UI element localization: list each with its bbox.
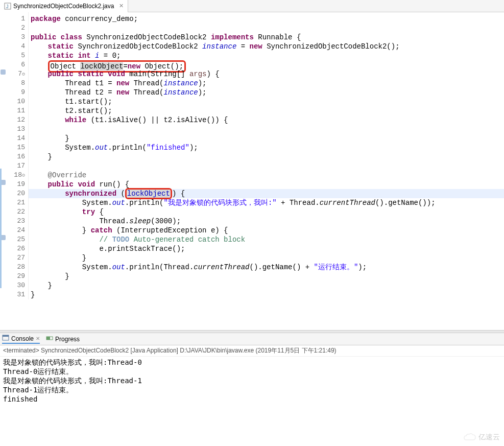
code-line: } catch (InterruptedException e) { <box>29 226 504 235</box>
svg-text:J: J <box>6 4 9 10</box>
code-line: System.out.println("finished"); <box>29 143 504 152</box>
marker-bar <box>0 12 7 299</box>
console-launch-header: <terminated> SynchronizedObjectCodeBlock… <box>0 345 504 357</box>
line-number: 21 <box>7 198 28 207</box>
code-line: package concurrency_demo; <box>29 14 504 24</box>
line-number: 23 <box>7 217 28 226</box>
line-number: 11 <box>7 106 28 115</box>
code-line: Thread.sleep(3000); <box>29 217 504 226</box>
line-number: 7⊖ <box>7 69 28 79</box>
line-number: 14 <box>7 134 28 143</box>
code-line: System.out.println("我是对象锁的代码块形式，我叫:" + T… <box>29 198 504 207</box>
progress-icon <box>46 335 53 343</box>
code-line: try { <box>29 207 504 217</box>
line-number: 24 <box>7 226 28 235</box>
code-line: Object lockObject=new Object(); <box>29 60 504 69</box>
line-number: 20 <box>7 189 28 198</box>
code-line: while (t1.isAlive() || t2.isAlive()) { <box>29 115 504 125</box>
code-area[interactable]: package concurrency_demo; public class S… <box>29 12 504 299</box>
editor-tab-bar: J SynchronizedObjectCodeBlock2.java ✕ <box>0 0 504 12</box>
line-number: 17 <box>7 161 28 171</box>
line-number: 27 <box>7 253 28 263</box>
line-number: 8 <box>7 79 28 88</box>
svg-rect-5 <box>46 337 50 340</box>
tab-console[interactable]: Console ✕ <box>2 334 40 344</box>
code-line <box>29 125 504 134</box>
code-line: Thread t1 = new Thread(instance); <box>29 79 504 88</box>
line-number: 19 <box>7 180 28 189</box>
code-line: public class SynchronizedObjectCodeBlock… <box>29 33 504 42</box>
line-number: 29 <box>7 272 28 281</box>
code-line: } <box>29 152 504 161</box>
line-number: 28 <box>7 263 28 272</box>
code-line: t1.start(); <box>29 97 504 106</box>
line-number: 30 <box>7 281 28 290</box>
console-line: Thread-0运行结束。 <box>3 367 501 376</box>
line-number: 31 <box>7 290 28 299</box>
code-line: } <box>29 290 504 299</box>
line-number: 3 <box>7 33 28 42</box>
code-line: static SynchronizedObjectCodeBlock2 inst… <box>29 42 504 51</box>
code-line: } <box>29 272 504 281</box>
code-line: Thread t2 = new Thread(instance); <box>29 88 504 97</box>
code-line <box>29 161 504 171</box>
code-line: } <box>29 281 504 290</box>
line-number: 2 <box>7 24 28 33</box>
console-icon <box>2 334 9 343</box>
console-line: 我是对象锁的代码块形式，我叫:Thread-1 <box>3 376 501 385</box>
line-number: 18⊖ <box>7 171 28 180</box>
close-icon[interactable]: ✕ <box>36 336 40 341</box>
code-line: System.out.println(Thread.currentThread(… <box>29 263 504 272</box>
override-marker-icon <box>0 178 7 187</box>
line-number: 6 <box>7 60 28 69</box>
java-file-icon: J <box>4 3 11 10</box>
override-marker-icon <box>0 233 7 242</box>
code-line: public static void main(String[] args) { <box>29 69 504 79</box>
line-number: 10 <box>7 97 28 106</box>
tab-progress[interactable]: Progress <box>46 335 80 343</box>
code-line <box>29 24 504 33</box>
code-line: e.printStackTrace(); <box>29 244 504 253</box>
code-line: } <box>29 253 504 263</box>
code-line: // TODO Auto-generated catch block <box>29 235 504 244</box>
editor-tab[interactable]: J SynchronizedObjectCodeBlock2.java ✕ <box>0 0 128 12</box>
close-icon[interactable]: ✕ <box>119 3 124 9</box>
line-number: 22 <box>7 207 28 217</box>
line-number: 5 <box>7 51 28 60</box>
console-line: finished <box>3 394 501 404</box>
code-line: @Override <box>29 171 504 180</box>
line-number: 13 <box>7 125 28 134</box>
code-line: t2.start(); <box>29 106 504 115</box>
line-number-gutter: 1 2 3 4 5 6 7⊖ 8 9 10 11 12 13 14 15 16 … <box>7 12 29 299</box>
line-number: 26 <box>7 244 28 253</box>
line-number: 15 <box>7 143 28 152</box>
line-number: 16 <box>7 152 28 161</box>
line-number: 12 <box>7 115 28 125</box>
console-output[interactable]: 我是对象锁的代码块形式，我叫:Thread-0 Thread-0运行结束。 我是… <box>0 357 504 405</box>
svg-rect-3 <box>3 335 9 337</box>
code-editor[interactable]: 1 2 3 4 5 6 7⊖ 8 9 10 11 12 13 14 15 16 … <box>0 12 504 299</box>
highlight-box: lockObject <box>125 188 172 199</box>
line-number: 1 <box>7 14 28 24</box>
console-tab-bar: Console ✕ Progress <box>0 333 504 345</box>
code-line: static int i = 0; <box>29 51 504 60</box>
line-number: 4 <box>7 42 28 51</box>
console-line: Thread-1运行结束。 <box>3 385 501 394</box>
code-line: public void run() { <box>29 180 504 189</box>
console-line: 我是对象锁的代码块形式，我叫:Thread-0 <box>3 358 501 367</box>
line-number: 25 <box>7 235 28 244</box>
line-number: 9 <box>7 88 28 97</box>
override-marker-icon <box>0 67 7 77</box>
tab-filename: SynchronizedObjectCodeBlock2.java <box>13 3 114 10</box>
code-line: } <box>29 134 504 143</box>
code-line-highlighted: synchronized (lockObject) { <box>29 189 504 198</box>
